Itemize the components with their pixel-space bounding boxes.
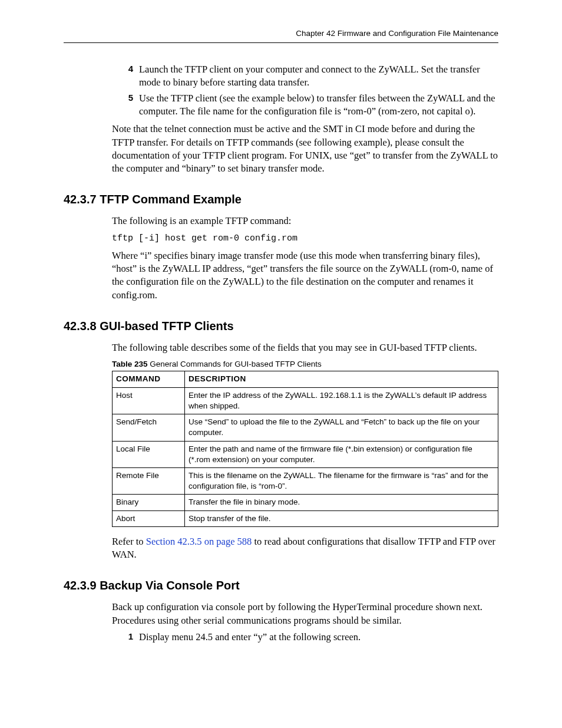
section-heading: 42.3.8 GUI-based TFTP Clients xyxy=(64,318,498,334)
list-item: 5 Use the TFTP client (see the example b… xyxy=(64,92,498,118)
step-number: 1 xyxy=(120,631,133,644)
step-text: Launch the TFTP client on your computer … xyxy=(139,63,498,90)
cell-command: Binary xyxy=(113,495,185,510)
cell-description: Enter the path and name of the firmware … xyxy=(185,441,498,467)
table-number: Table 235 xyxy=(112,360,148,368)
body-paragraph: The following is an example TFTP command… xyxy=(112,215,498,228)
commands-table: COMMAND DESCRIPTION HostEnter the IP add… xyxy=(112,371,498,526)
table-row: HostEnter the IP address of the ZyWALL. … xyxy=(113,387,498,414)
list-item: 1 Display menu 24.5 and enter “y” at the… xyxy=(64,631,498,644)
body-paragraph: Back up configuration via console port b… xyxy=(112,601,498,627)
step-number: 5 xyxy=(120,92,133,118)
refer-pre: Refer to xyxy=(112,536,146,547)
step-number: 4 xyxy=(120,63,133,90)
cell-description: Enter the IP address of the ZyWALL. 192.… xyxy=(185,387,498,414)
table-row: Send/FetchUse “Send” to upload the file … xyxy=(113,414,498,441)
running-header: Chapter 42 Firmware and Configuration Fi… xyxy=(64,28,498,43)
table-caption: Table 235 General Commands for GUI-based… xyxy=(112,359,498,370)
step-text: Display menu 24.5 and enter “y” at the f… xyxy=(139,631,498,644)
cell-command: Remote File xyxy=(113,467,185,494)
column-header: DESCRIPTION xyxy=(185,371,498,387)
body-paragraph: The following table describes some of th… xyxy=(112,341,498,354)
refer-paragraph: Refer to Section 42.3.5 on page 588 to r… xyxy=(112,535,498,562)
table-title: General Commands for GUI-based TFTP Clie… xyxy=(148,360,322,368)
list-item: 4 Launch the TFTP client on your compute… xyxy=(64,63,498,90)
step-text: Use the TFTP client (see the example bel… xyxy=(139,92,498,118)
code-example: tftp [-i] host get rom-0 config.rom xyxy=(112,233,498,245)
cell-command: Send/Fetch xyxy=(113,414,185,441)
cell-description: Transfer the file in binary mode. xyxy=(185,495,498,510)
column-header: COMMAND xyxy=(113,371,185,387)
body-paragraph: Where “i” specifies binary image transfe… xyxy=(112,249,498,302)
cross-reference-link[interactable]: Section 42.3.5 on page 588 xyxy=(146,536,252,547)
section-heading: 42.3.9 Backup Via Console Port xyxy=(64,578,498,594)
table-row: Local FileEnter the path and name of the… xyxy=(113,441,498,467)
cell-description: This is the filename on the ZyWALL. The … xyxy=(185,467,498,494)
table-row: Remote FileThis is the filename on the Z… xyxy=(113,467,498,494)
cell-command: Host xyxy=(113,387,185,414)
table-row: AbortStop transfer of the file. xyxy=(113,510,498,526)
cell-description: Stop transfer of the file. xyxy=(185,510,498,526)
table-row: BinaryTransfer the file in binary mode. xyxy=(113,495,498,510)
note-paragraph: Note that the telnet connection must be … xyxy=(112,123,498,175)
cell-command: Local File xyxy=(113,441,185,467)
cell-description: Use “Send” to upload the file to the ZyW… xyxy=(185,414,498,441)
section-heading: 42.3.7 TFTP Command Example xyxy=(64,192,498,207)
table-header-row: COMMAND DESCRIPTION xyxy=(113,371,498,387)
cell-command: Abort xyxy=(113,510,185,526)
numbered-steps: 1 Display menu 24.5 and enter “y” at the… xyxy=(64,631,498,644)
numbered-steps: 4 Launch the TFTP client on your compute… xyxy=(64,63,498,118)
